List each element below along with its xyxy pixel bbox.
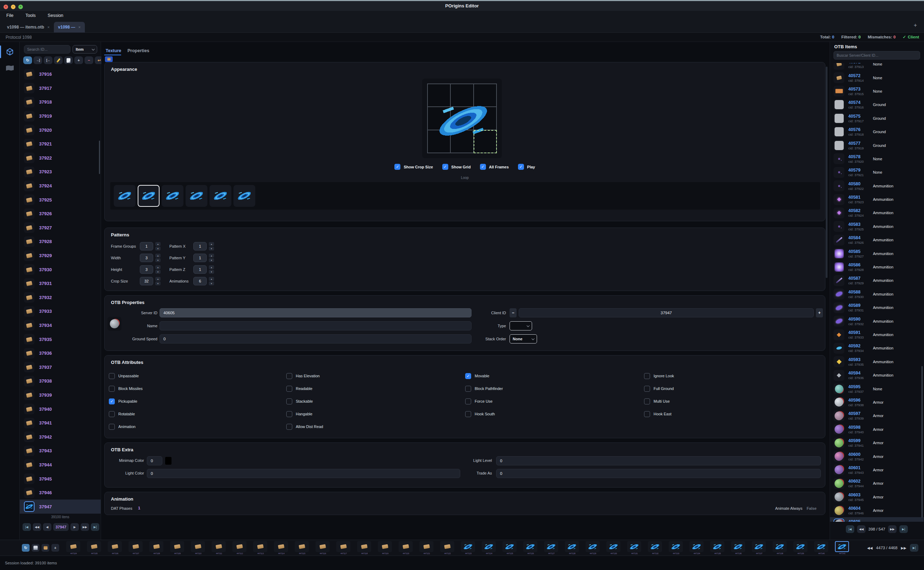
- spinner-up-button[interactable]: ▲: [155, 242, 161, 246]
- spinner-down-button[interactable]: ▼: [209, 270, 214, 274]
- animation-frame[interactable]: [234, 185, 255, 207]
- sprite-thumb[interactable]: 447110: [191, 541, 206, 555]
- spinner-up-button[interactable]: ▲: [209, 265, 214, 269]
- strip-fast-next-button[interactable]: ▶▶: [901, 546, 906, 550]
- otb-item-row[interactable]: 40577cid: 37919Ground: [830, 138, 924, 152]
- attribute-checkbox[interactable]: ✓Pickupable: [109, 395, 142, 408]
- otb-item-row[interactable]: 40583cid: 37925Ammunition: [830, 220, 924, 233]
- checkbox[interactable]: ✓: [518, 164, 524, 170]
- otb-item-row[interactable]: 40605cid: 37947Armor: [830, 517, 924, 522]
- strip-last-page-button[interactable]: ▶|: [910, 544, 918, 552]
- name-field[interactable]: [159, 321, 471, 331]
- otb-item-row[interactable]: 40589cid: 37931Ammunition: [830, 301, 924, 314]
- otb-item-row[interactable]: 40572cid: 37914None: [830, 71, 924, 84]
- remove-button[interactable]: −: [84, 57, 93, 64]
- sprite-thumb[interactable]: 447107: [129, 541, 143, 555]
- item-list-row[interactable]: 37919: [20, 109, 101, 123]
- sprite-thumb[interactable]: 447138: [773, 541, 787, 555]
- client-id-decrement-button[interactable]: −: [509, 308, 517, 317]
- export-button[interactable]: [→: [44, 57, 52, 64]
- sprite-thumb[interactable]: 447127: [544, 541, 559, 555]
- item-list-row[interactable]: 37925: [20, 193, 101, 207]
- attribute-checkbox[interactable]: Has Elevation: [286, 369, 323, 382]
- new-tab-button[interactable]: +: [914, 22, 917, 29]
- last-page-button[interactable]: ▶|: [91, 523, 99, 531]
- item-list-row[interactable]: 37938: [20, 374, 101, 388]
- menu-tools[interactable]: Tools: [25, 13, 35, 18]
- sprite-thumb[interactable]: 447139: [793, 541, 808, 555]
- sprite-thumb[interactable]: 447113: [253, 541, 268, 555]
- item-list-row[interactable]: 37931: [20, 277, 101, 291]
- sprite-thumb[interactable]: 447114: [274, 541, 289, 555]
- item-list-row[interactable]: 37942: [20, 430, 101, 444]
- item-list-row[interactable]: 37941: [20, 416, 101, 430]
- spinner-down-button[interactable]: ▼: [209, 247, 214, 250]
- item-list-row[interactable]: 37932: [20, 291, 101, 305]
- checkbox[interactable]: [465, 398, 471, 405]
- otb-item-row[interactable]: 40586cid: 37928Ammunition: [830, 260, 924, 274]
- item-list-row[interactable]: 37917: [20, 81, 101, 95]
- otb-item-row[interactable]: 40596cid: 37938Armor: [830, 395, 924, 409]
- sprite-thumb[interactable]: 447105: [87, 541, 102, 555]
- spinner-up-button[interactable]: ▲: [155, 265, 161, 269]
- attribute-checkbox[interactable]: Block Missiles: [109, 382, 142, 395]
- sprite-thumb[interactable]: 447122: [440, 541, 455, 555]
- otb-item-row[interactable]: 40603cid: 37945Armor: [830, 490, 924, 504]
- item-list-row[interactable]: 37935: [20, 332, 101, 346]
- otb-item-row[interactable]: 40592cid: 37934Ammunition: [830, 342, 924, 355]
- otb-fast-next-button[interactable]: ▶▶: [888, 525, 896, 533]
- item-list-row[interactable]: 37926: [20, 207, 101, 221]
- otb-item-row[interactable]: 40584cid: 37926Ammunition: [830, 233, 924, 247]
- otb-item-row[interactable]: 40598cid: 37940Armor: [830, 423, 924, 436]
- sprite-thumb[interactable]: 447131: [627, 541, 642, 555]
- otb-item-row[interactable]: 40571cid: 37913None: [830, 63, 924, 71]
- menu-file[interactable]: File: [6, 13, 14, 18]
- otb-item-row[interactable]: 40578cid: 37920None: [830, 152, 924, 165]
- sprite-thumb[interactable]: 447125: [502, 541, 517, 555]
- item-list-row[interactable]: 37927: [20, 221, 101, 235]
- strip-box-button[interactable]: [41, 544, 49, 552]
- animation-frame[interactable]: [185, 185, 207, 207]
- item-list-row[interactable]: 37947: [20, 500, 101, 513]
- close-window-icon[interactable]: ×: [3, 5, 8, 9]
- item-list-row[interactable]: 37939: [20, 388, 101, 402]
- item-list-row[interactable]: 37922: [20, 151, 101, 165]
- spinner-down-button[interactable]: ▼: [155, 258, 161, 262]
- zoom-window-icon[interactable]: +: [18, 5, 23, 9]
- minimap-color-field[interactable]: [147, 456, 162, 465]
- sprite-thumb[interactable]: 447121: [419, 541, 434, 555]
- map-section-button[interactable]: [4, 62, 15, 74]
- otb-item-row[interactable]: 40576cid: 37918Ground: [830, 125, 924, 138]
- item-type-dropdown[interactable]: Item: [72, 45, 97, 54]
- search-input[interactable]: [24, 45, 70, 54]
- preview-option[interactable]: ✓All Frames: [480, 164, 509, 170]
- minimap-color-swatch[interactable]: [165, 457, 171, 465]
- animation-frame[interactable]: [114, 185, 136, 207]
- sprite-thumb[interactable]: 447130: [606, 541, 621, 555]
- item-list-row[interactable]: 37934: [20, 319, 101, 332]
- sprite-thumb[interactable]: 447118: [357, 541, 372, 555]
- ground-speed-field[interactable]: [159, 334, 471, 343]
- sprite-thumb[interactable]: 447137: [752, 541, 766, 555]
- fast-prev-button[interactable]: ◀◀: [33, 523, 41, 531]
- otb-item-row[interactable]: 40602cid: 37944Armor: [830, 477, 924, 490]
- item-list-row[interactable]: 37946: [20, 486, 101, 500]
- otb-fast-prev-button[interactable]: ◀◀: [857, 525, 866, 533]
- item-list-row[interactable]: 37933: [20, 304, 101, 319]
- otb-first-page-button[interactable]: |◀: [846, 525, 854, 533]
- otb-item-row[interactable]: 40604cid: 37946Armor: [830, 504, 924, 517]
- otb-list-scrollbar[interactable]: [921, 366, 922, 518]
- item-list-row[interactable]: 37940: [20, 402, 101, 416]
- otb-item-row[interactable]: 40595cid: 37937None: [830, 382, 924, 395]
- checkbox[interactable]: [109, 386, 115, 392]
- sprite-thumb[interactable]: 447129: [586, 541, 600, 555]
- client-id-field[interactable]: [519, 308, 814, 317]
- sprite-thumb[interactable]: 447109: [170, 541, 185, 555]
- menu-session[interactable]: Session: [47, 13, 63, 18]
- edit-button[interactable]: [54, 57, 63, 64]
- sprite-thumb[interactable]: 447126: [523, 541, 538, 555]
- sprite-thumb[interactable]: 447140: [814, 541, 829, 555]
- otb-item-row[interactable]: 40593cid: 37935Ammunition: [830, 355, 924, 368]
- checkbox[interactable]: [109, 373, 115, 379]
- checkbox[interactable]: [465, 411, 471, 417]
